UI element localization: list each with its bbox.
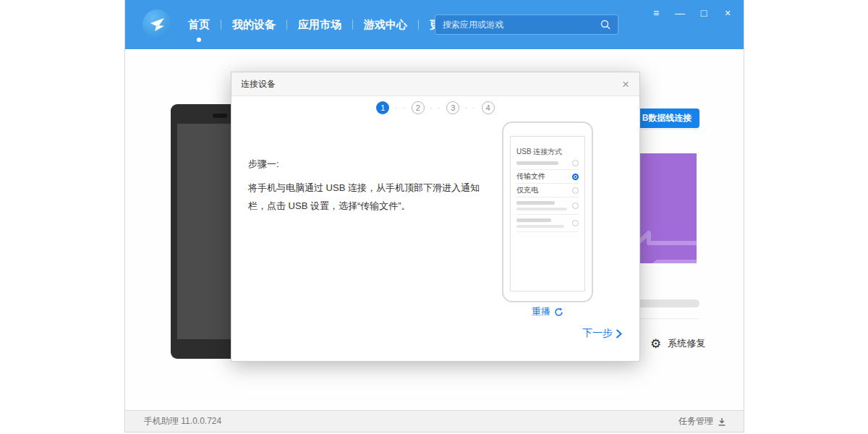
usb-option-row [516, 215, 579, 232]
nav-my-device[interactable]: 我的设备 [221, 18, 286, 32]
search-box[interactable] [435, 14, 618, 35]
gear-icon: ⚙ [650, 338, 661, 350]
usb-cable-connect-button[interactable]: B数据线连接 [634, 109, 699, 128]
radio-unselected-icon [572, 187, 579, 194]
dialog-title: 连接设备 [241, 78, 276, 90]
step-separator: · · [430, 103, 441, 112]
task-manager-label: 任务管理 [678, 415, 713, 427]
download-icon [718, 417, 726, 426]
paper-plane-icon [149, 16, 166, 33]
search-icon[interactable] [600, 20, 610, 30]
placeholder-bar [516, 201, 555, 205]
usb-option-row [516, 157, 579, 170]
maximize-icon[interactable]: □ [697, 6, 711, 20]
system-repair-button[interactable]: ⚙ 系统修复 [650, 337, 705, 350]
usb-panel-title: USB 连接方式 [516, 147, 579, 157]
refresh-icon [554, 307, 563, 317]
step-heading: 步骤一: [248, 158, 279, 171]
placeholder-bar [516, 208, 567, 210]
step-4: 4 [482, 101, 495, 114]
header-bar: 首页 我的设备 应用市场 游戏中心 更多服务 ≡ — [125, 0, 744, 49]
close-window-icon[interactable]: × [720, 6, 735, 20]
radio-unselected-icon [572, 160, 579, 166]
phone-speaker [213, 114, 227, 118]
usb-option-transfer-files: 传输文件 [516, 170, 579, 184]
app-logo-icon[interactable] [142, 9, 172, 39]
status-bar: 手机助理 11.0.0.724 任务管理 [125, 410, 744, 432]
instruction-text: 将手机与电脑通过 USB 连接，从手机顶部下滑进入通知栏，点击 USB 设置，选… [248, 179, 491, 215]
step-indicator: 1 · · 2 · · 3 · · 4 [231, 101, 639, 114]
dialog-titlebar: 连接设备 × [231, 72, 639, 96]
step-separator: · · [464, 103, 476, 112]
search-input[interactable] [435, 20, 600, 30]
task-manager-button[interactable]: 任务管理 [678, 415, 726, 427]
dialog-close-icon[interactable]: × [622, 78, 629, 90]
replay-label: 重播 [532, 305, 550, 318]
window-controls: ≡ — □ × [649, 6, 735, 20]
radio-selected-icon [572, 174, 579, 180]
next-step-button[interactable]: 下一步 [582, 327, 622, 340]
app-version-label: 手机助理 11.0.0.724 [144, 415, 221, 427]
usb-option-row [516, 197, 579, 215]
radio-unselected-icon [572, 220, 579, 226]
charge-only-label: 仅充电 [516, 185, 538, 195]
nav-game-center[interactable]: 游戏中心 [353, 18, 418, 32]
transfer-files-label: 传输文件 [516, 171, 545, 182]
usb-options-panel: USB 连接方式 传输文件 仅充电 [510, 136, 585, 292]
next-step-label: 下一步 [582, 327, 613, 340]
active-nav-dot [197, 38, 201, 42]
usb-option-charge-only: 仅充电 [516, 184, 579, 197]
tutorial-phone-illustration: USB 连接方式 传输文件 仅充电 [502, 122, 593, 302]
system-repair-label: 系统修复 [668, 337, 705, 350]
app-window: 首页 我的设备 应用市场 游戏中心 更多服务 ≡ — [124, 0, 744, 433]
chevron-right-icon [616, 329, 622, 339]
placeholder-bar [516, 225, 564, 228]
minimize-icon[interactable]: — [673, 6, 687, 20]
menu-icon[interactable]: ≡ [649, 6, 663, 20]
step-separator: · · [394, 103, 406, 112]
step-2: 2 [412, 101, 425, 114]
placeholder-bar [516, 161, 558, 165]
step-3: 3 [446, 101, 459, 114]
replay-button[interactable]: 重播 [502, 305, 593, 318]
nav-home[interactable]: 首页 [177, 18, 221, 32]
radio-unselected-icon [572, 203, 579, 209]
connect-device-dialog: 连接设备 × 1 · · 2 · · 3 · · 4 步骤一: 将手机与电脑通过… [231, 72, 640, 362]
placeholder-bar [516, 218, 551, 222]
nav-app-market[interactable]: 应用市场 [287, 18, 352, 32]
nav-home-label: 首页 [188, 18, 210, 30]
step-1: 1 [376, 101, 389, 114]
